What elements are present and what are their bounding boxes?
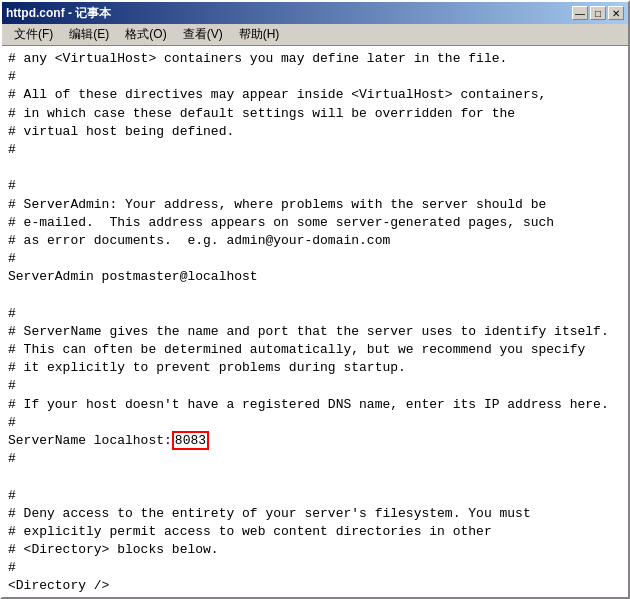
menu-help[interactable]: 帮助(H) — [231, 24, 288, 45]
port-highlight: 8083 — [172, 431, 209, 450]
menu-bar: 文件(F) 编辑(E) 格式(O) 查看(V) 帮助(H) — [2, 24, 628, 46]
code-text: # any <VirtualHost> containers you may d… — [8, 50, 622, 597]
text-editor-content[interactable]: # any <VirtualHost> containers you may d… — [2, 46, 628, 597]
menu-file[interactable]: 文件(F) — [6, 24, 61, 45]
main-window: httpd.conf - 记事本 — □ ✕ 文件(F) 编辑(E) 格式(O)… — [0, 0, 630, 599]
title-bar: httpd.conf - 记事本 — □ ✕ — [2, 2, 628, 24]
maximize-button[interactable]: □ — [590, 6, 606, 20]
menu-edit[interactable]: 编辑(E) — [61, 24, 117, 45]
title-buttons: — □ ✕ — [572, 6, 624, 20]
close-button[interactable]: ✕ — [608, 6, 624, 20]
minimize-button[interactable]: — — [572, 6, 588, 20]
menu-view[interactable]: 查看(V) — [175, 24, 231, 45]
window-title: httpd.conf - 记事本 — [6, 5, 111, 22]
menu-format[interactable]: 格式(O) — [117, 24, 174, 45]
